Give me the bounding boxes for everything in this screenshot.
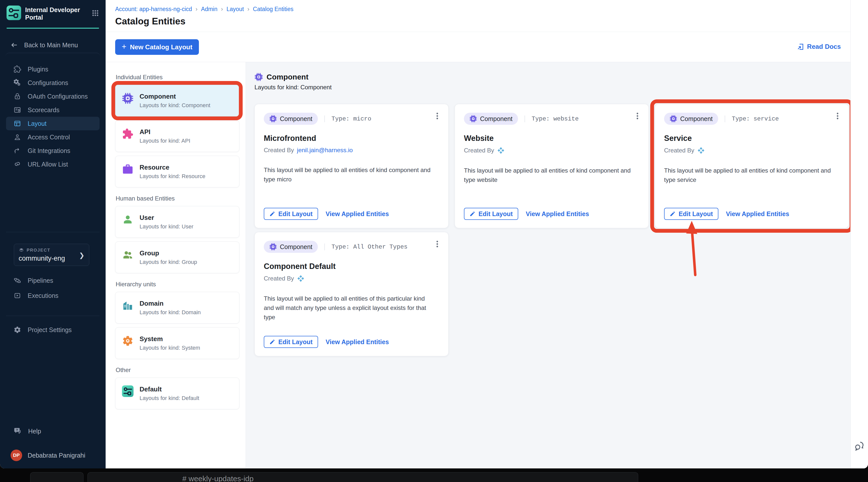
edit-layout-button[interactable]: Edit Layout <box>264 208 318 220</box>
sidebar-item-configurations[interactable]: Configurations <box>6 76 100 90</box>
entity-item-domain[interactable]: Domain Layouts for kind: Domain <box>115 292 239 324</box>
menu-divider <box>5 53 100 56</box>
layout-card-service: Component Type: service Service Created … <box>655 104 849 228</box>
layout-title: Service <box>664 134 840 143</box>
entity-name: System <box>140 335 200 343</box>
entity-item-user[interactable]: User Layouts for kind: User <box>115 206 239 238</box>
kebab-menu-button[interactable] <box>432 238 443 250</box>
type-label: Type: All Other Types <box>324 243 407 250</box>
layout-title: Website <box>464 134 640 143</box>
puzzle-icon <box>13 65 21 73</box>
creator-email-link[interactable]: jenil.jain@harness.io <box>297 147 353 154</box>
help-label: Help <box>28 428 41 435</box>
entity-item-system[interactable]: System Layouts for kind: System <box>115 327 239 359</box>
gears-icon <box>13 79 21 87</box>
layout-cards: Component Type: micro Microfrontend Crea… <box>254 104 850 356</box>
view-applied-entities-link[interactable]: View Applied Entities <box>526 210 589 218</box>
layers-icon <box>19 247 24 253</box>
executions-icon <box>13 292 21 299</box>
view-applied-entities-link[interactable]: View Applied Entities <box>326 338 389 345</box>
entity-subtitle: Layouts for kind: Domain <box>140 309 200 316</box>
pencil-icon <box>670 211 676 217</box>
sidebar-item-git-integrations[interactable]: Git Integrations <box>6 144 100 157</box>
group-icon <box>122 249 133 261</box>
section-title: Human based Entities <box>116 195 246 202</box>
breadcrumb-separator: › <box>221 5 223 12</box>
edit-layout-button[interactable]: Edit Layout <box>664 208 718 220</box>
taskbar-pane <box>88 472 638 482</box>
entity-subtitle: Layouts for kind: API <box>140 138 190 144</box>
sidebar-item-label: OAuth Configurations <box>28 93 88 100</box>
back-to-main-menu[interactable]: Back to Main Menu <box>10 41 105 49</box>
kebab-menu-button[interactable] <box>632 110 643 122</box>
taskbar-pane <box>30 472 84 482</box>
entity-name: Group <box>140 249 197 257</box>
page-header: Account: app-harness-ng-cicd › Admin › L… <box>105 0 850 62</box>
harness-icon <box>697 147 705 154</box>
edit-layout-button[interactable]: Edit Layout <box>264 336 318 348</box>
layout-title: Microfrontend <box>264 134 439 143</box>
app-grid-icon[interactable] <box>92 8 99 18</box>
entity-kind-panel: Individual Entities Component Layouts fo… <box>105 62 246 469</box>
sidebar-item-layout[interactable]: Layout <box>6 117 100 130</box>
entity-item-default[interactable]: Default Layouts for kind: Default <box>115 378 239 409</box>
breadcrumb-layout[interactable]: Layout <box>226 6 244 12</box>
read-docs-link[interactable]: Read Docs <box>797 43 841 51</box>
layout-icon <box>13 120 21 127</box>
edit-layout-button[interactable]: Edit Layout <box>464 208 518 220</box>
section-other: Other Default Layouts for kind: Default <box>115 366 246 409</box>
help-chat-icon: ? <box>13 427 22 435</box>
pencil-icon <box>269 339 275 345</box>
user-name: Debabrata Panigrahi <box>28 452 85 459</box>
sidebar-item-scorecards[interactable]: Scorecards <box>6 103 100 117</box>
breadcrumb-admin[interactable]: Admin <box>201 6 217 12</box>
kind-title: Component <box>267 73 309 81</box>
entity-item-api[interactable]: API Layouts for kind: API <box>115 120 239 152</box>
sidebar-item-label: Plugins <box>28 66 48 73</box>
breadcrumb-account[interactable]: Account: app-harness-ng-cicd <box>115 6 192 12</box>
kebab-icon <box>433 239 441 249</box>
entity-subtitle: Layouts for kind: Default <box>140 395 199 401</box>
badge-label: Component <box>480 115 513 122</box>
project-selector[interactable]: PROJECT community-eng ❯ <box>14 244 89 266</box>
section-individual-entities: Individual Entities Component Layouts fo… <box>115 74 246 187</box>
kind-badge: Component <box>664 113 718 125</box>
edit-layout-label: Edit Layout <box>478 210 513 218</box>
kebab-menu-button[interactable] <box>432 110 443 122</box>
view-applied-entities-link[interactable]: View Applied Entities <box>726 210 789 218</box>
sidebar: Internal Developer Portal Back to Main M… <box>0 0 105 469</box>
sidebar-item-label: Layout <box>28 120 46 127</box>
layout-card-website: Component Type: website Website Created … <box>455 104 649 228</box>
sidebar-item-access-control[interactable]: Access Control <box>6 130 100 144</box>
created-by-label: Created By <box>464 147 494 154</box>
sidebar-item-executions[interactable]: Executions <box>6 288 100 303</box>
breadcrumb-catalog-entities[interactable]: Catalog Entities <box>253 6 293 12</box>
user-menu[interactable]: DP Debabrata Panigrahi <box>6 447 100 463</box>
badge-label: Component <box>280 115 312 122</box>
person-icon <box>13 133 21 141</box>
type-label: Type: service <box>725 116 779 122</box>
view-applied-entities-link[interactable]: View Applied Entities <box>326 210 389 218</box>
kebab-menu-button[interactable] <box>832 110 843 122</box>
new-catalog-layout-button[interactable]: + New Catalog Layout <box>115 39 199 55</box>
sidebar-item-label: Project Settings <box>28 326 72 334</box>
help-button[interactable]: ? Help <box>6 424 100 439</box>
kebab-icon <box>433 111 441 121</box>
project-menu: Pipelines Executions <box>0 273 105 303</box>
sidebar-item-url-allow-list[interactable]: URL Allow List <box>6 157 100 171</box>
sidebar-item-plugins[interactable]: Plugins <box>6 62 100 76</box>
entity-name: Component <box>140 93 210 100</box>
sidebar-item-pipelines[interactable]: Pipelines <box>6 273 100 288</box>
entity-item-component[interactable]: Component Layouts for kind: Component <box>115 85 239 117</box>
project-name: community-eng <box>19 254 85 262</box>
read-docs-label: Read Docs <box>807 43 841 51</box>
layout-card-component-default: Component Type: All Other Types Componen… <box>254 232 448 356</box>
entity-item-group[interactable]: Group Layouts for kind: Group <box>115 241 239 273</box>
back-label: Back to Main Menu <box>24 41 78 49</box>
sidebar-item-project-settings[interactable]: Project Settings <box>6 323 100 337</box>
sidebar-item-oauth-configurations[interactable]: OAuth Configurations <box>6 90 100 103</box>
svg-text:?: ? <box>16 428 18 432</box>
entity-item-resource[interactable]: Resource Layouts for kind: Resource <box>115 156 239 187</box>
chat-widget-button[interactable] <box>854 440 865 453</box>
sidebar-item-label: Scorecards <box>28 107 59 114</box>
